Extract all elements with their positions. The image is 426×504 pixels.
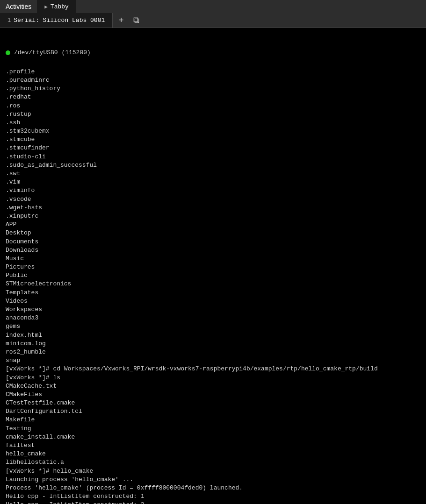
terminal-line: APP xyxy=(6,220,420,229)
new-tab-button[interactable]: + xyxy=(115,14,128,27)
terminal-line: .ros xyxy=(6,102,420,110)
tabby-tab[interactable]: ▶ Tabby xyxy=(37,0,76,13)
terminal-line: minicom.log xyxy=(6,340,420,348)
terminal-line: .swt xyxy=(6,170,420,178)
terminal-tabs-bar: 1 Serial: Silicon Labs 0001 + ⧉ xyxy=(0,13,426,28)
terminal-line: .ssh xyxy=(6,119,420,127)
terminal-line: .pureadminrc xyxy=(6,76,420,85)
terminal-line: Process 'hello_cmake' (process Id = 0xff… xyxy=(6,484,420,492)
terminal-line: .viminfo xyxy=(6,186,420,195)
terminal-line: [vxWorks *]# cd Workspaces/Vxworks_RPI/w… xyxy=(6,365,420,373)
terminal-line: Videos xyxy=(6,297,420,305)
terminal-line: DartConfiguration.tcl xyxy=(6,407,420,416)
terminal-line: .studio-cli xyxy=(6,153,420,161)
terminal-tab-1[interactable]: 1 Serial: Silicon Labs 0001 xyxy=(0,13,113,28)
terminal-line: Public xyxy=(6,271,420,280)
terminal-line: failtest xyxy=(6,441,420,450)
tab-area: ▶ Tabby xyxy=(37,0,76,13)
tabby-label: Tabby xyxy=(51,3,69,10)
terminal-line: Testing xyxy=(6,425,420,433)
terminal-line: Downloads xyxy=(6,246,420,255)
terminal-line: .xinputrc xyxy=(6,212,420,220)
terminal-line: .redhat xyxy=(6,93,420,101)
terminal-line: .python_history xyxy=(6,85,420,93)
terminal-line: Launching process 'hello_cmake' ... xyxy=(6,476,420,484)
terminal-line: Workspaces xyxy=(6,305,420,314)
terminal-line: CMakeCache.txt xyxy=(6,382,420,390)
device-line: /dev/ttyUSB0 (115200) xyxy=(6,49,420,57)
terminal-line: Music xyxy=(6,255,420,263)
terminal-line: snap xyxy=(6,356,420,365)
terminal-line: cmake_install.cmake xyxy=(6,433,420,441)
terminal-line: ros2_humble xyxy=(6,348,420,356)
terminal-line: .stm32cubemx xyxy=(6,127,420,135)
terminal-line: libhellostatic.a xyxy=(6,458,420,467)
device-label: /dev/ttyUSB0 (115200) xyxy=(14,49,91,57)
terminal-line: Pictures xyxy=(6,263,420,271)
terminal-line: index.html xyxy=(6,331,420,340)
tab-title: Serial: Silicon Labs 0001 xyxy=(14,17,105,24)
terminal-line: gems xyxy=(6,322,420,331)
terminal-line: .rustup xyxy=(6,110,420,119)
top-bar: Activities ▶ Tabby xyxy=(0,0,426,13)
terminal-line: [vxWorks *]# ls xyxy=(6,374,420,382)
terminal-line: anaconda3 xyxy=(6,314,420,322)
terminal-line: Templates xyxy=(6,289,420,297)
terminal-line: CTestTestfile.cmake xyxy=(6,399,420,407)
terminal-line: CMakeFiles xyxy=(6,390,420,399)
terminal-line: .vim xyxy=(6,178,420,186)
terminal-line: Documents xyxy=(6,238,420,246)
terminal-line: STMicroelectronics xyxy=(6,280,420,288)
terminal-line: Makefile xyxy=(6,416,420,424)
terminal-line: .wget-hsts xyxy=(6,204,420,212)
terminal-line: .vscode xyxy=(6,195,420,204)
terminal-line: .stmcube xyxy=(6,135,420,144)
terminal-line: .stmcufinder xyxy=(6,144,420,152)
terminal-line: [vxWorks *]# hello_cmake xyxy=(6,467,420,476)
terminal-line: Desktop xyxy=(6,229,420,237)
terminal-line: Hello cpp - IntListItem constructed: 1 xyxy=(6,492,420,501)
terminal-line: Hello cpp - IntListItem constructed: 2 xyxy=(6,501,420,504)
terminal-output[interactable]: /dev/ttyUSB0 (115200) .profile.pureadmin… xyxy=(0,28,426,504)
split-pane-button[interactable]: ⧉ xyxy=(130,14,143,27)
tab-number: 1 xyxy=(7,17,11,24)
connected-indicator xyxy=(6,50,10,55)
activities-button[interactable]: Activities xyxy=(0,0,37,13)
tab-arrow-icon: ▶ xyxy=(44,4,48,10)
terminal-line: hello_cmake xyxy=(6,450,420,458)
terminal-line: .profile xyxy=(6,68,420,76)
terminal-line: .sudo_as_admin_successful xyxy=(6,161,420,170)
